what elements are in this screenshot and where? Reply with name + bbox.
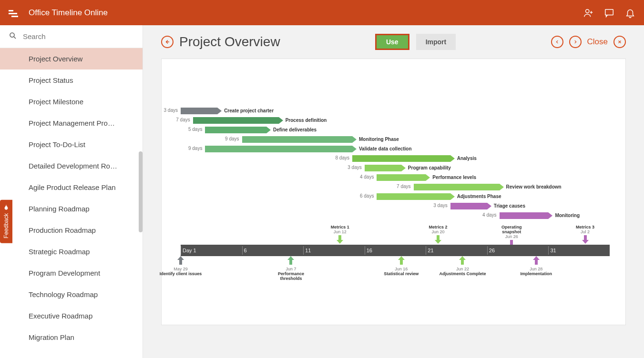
task-duration: 7 days: [397, 184, 410, 189]
task-bar: 7 days: [193, 117, 279, 124]
svg-point-5: [10, 33, 14, 37]
milestone-bottom: Jun 22Adjustments Complete: [439, 256, 486, 276]
task-label: Triage causes: [494, 203, 525, 209]
sidebar-item[interactable]: Agile Product Release Plan: [0, 177, 143, 198]
task-label: Process definition: [286, 118, 327, 123]
prev-button[interactable]: [551, 36, 563, 48]
svg-rect-2: [11, 16, 18, 17]
axis-tick: 26: [487, 248, 495, 253]
task-duration: 9 days: [188, 146, 202, 151]
task-duration: 5 days: [188, 127, 202, 132]
milestone-bottom: Jun 7Performance thresholds: [267, 256, 315, 281]
task-label: Performance levels: [432, 175, 476, 180]
sidebar-item[interactable]: Technology Roadmap: [0, 284, 143, 305]
use-button[interactable]: Use: [375, 34, 409, 50]
search-icon: [9, 31, 17, 42]
svg-rect-12: [584, 235, 587, 240]
svg-rect-15: [179, 260, 182, 265]
milestone-bottom: Jun 28Implementation: [512, 256, 560, 276]
close-button[interactable]: [613, 36, 626, 48]
task-label: Analysis: [457, 156, 477, 161]
axis-tick: Day 1: [181, 248, 196, 253]
task-label: Program capability: [408, 165, 451, 170]
task-row: 3 daysCreate project charter: [181, 107, 274, 115]
task-bar: 3 days: [450, 203, 487, 209]
task-bar: 9 days: [242, 136, 352, 143]
svg-rect-10: [510, 240, 513, 245]
task-duration: 4 days: [360, 174, 374, 179]
import-button[interactable]: Import: [416, 34, 456, 50]
sidebar-item[interactable]: Production Roadmap: [0, 219, 143, 241]
task-row: 9 daysMonitoring Phase: [242, 135, 399, 143]
sidebar-item[interactable]: Project Management Pro…: [0, 112, 143, 134]
search-input[interactable]: [23, 32, 134, 40]
task-row: 7 daysProcess definition: [193, 116, 327, 124]
axis-tick: 21: [426, 248, 433, 253]
task-bar: 6 days: [377, 193, 450, 200]
task-duration: 3 days: [348, 165, 361, 170]
svg-marker-20: [459, 256, 466, 260]
task-duration: 7 days: [176, 117, 190, 122]
sidebar-item[interactable]: Project Overview: [0, 48, 143, 70]
svg-rect-17: [289, 260, 292, 265]
task-row: 4 daysMonitoring: [500, 211, 580, 219]
feedback-label: Feedback: [3, 213, 10, 239]
timeline-axis: Day 161116212631: [181, 245, 610, 256]
task-row: 3 daysProgram capability: [365, 164, 451, 172]
svg-rect-0: [9, 10, 13, 11]
bell-icon[interactable]: [625, 8, 635, 18]
back-button[interactable]: [161, 36, 174, 48]
milestone-top: Metrics 3Jul 2: [566, 225, 604, 245]
task-bar: 4 days: [377, 174, 426, 181]
sidebar-item[interactable]: Executive Roadmap: [0, 305, 143, 327]
add-user-icon[interactable]: [583, 8, 593, 18]
search-row: [0, 25, 143, 48]
axis-tick: 11: [303, 248, 311, 253]
task-bar: 3 days: [365, 165, 401, 171]
scrollbar[interactable]: [139, 151, 143, 232]
svg-marker-16: [287, 256, 294, 260]
sidebar-item[interactable]: Project Milestone: [0, 91, 143, 112]
next-button[interactable]: [569, 36, 582, 48]
svg-marker-9: [435, 240, 441, 244]
app-header: Office Timeline Online: [0, 0, 644, 25]
task-duration: 8 days: [336, 155, 349, 160]
svg-rect-23: [535, 260, 538, 265]
task-bar: 9 days: [205, 146, 352, 152]
task-row: 3 daysTriage causes: [450, 202, 525, 210]
axis-tick: 31: [548, 248, 556, 253]
task-bar: 4 days: [500, 212, 549, 219]
task-row: 4 daysPerformance levels: [377, 173, 476, 181]
feedback-tab[interactable]: Feedback: [0, 200, 12, 243]
sidebar-item[interactable]: Project To-Do-List: [0, 134, 143, 155]
svg-rect-19: [400, 260, 403, 265]
sidebar-item[interactable]: Planning Roadmap: [0, 198, 143, 219]
sidebar-item[interactable]: Detailed Development Ro…: [0, 155, 143, 177]
task-label: Monitoring: [555, 213, 580, 218]
task-bar: 5 days: [205, 127, 266, 133]
task-duration: 3 days: [164, 108, 178, 113]
task-label: Adjustments Phase: [457, 194, 501, 199]
task-duration: 6 days: [360, 193, 374, 199]
main-area: Project Overview Use Import Close 3 days…: [143, 25, 644, 358]
task-row: 6 daysAdjustments Phase: [377, 192, 501, 200]
task-label: Monitoring Phase: [359, 137, 399, 142]
task-row: 9 daysValidate data collection: [205, 145, 411, 153]
sidebar-item[interactable]: Project Status: [0, 70, 143, 91]
sidebar-item[interactable]: Strategic Roadmap: [0, 241, 143, 262]
svg-rect-21: [461, 260, 464, 265]
template-list[interactable]: Project OverviewProject StatusProject Mi…: [0, 48, 143, 358]
app-title: Office Timeline Online: [29, 8, 108, 18]
task-row: 8 daysAnalysis: [352, 154, 477, 162]
axis-tick: 6: [242, 248, 247, 253]
svg-rect-6: [338, 235, 341, 240]
sidebar-item[interactable]: Migration Plan: [0, 327, 143, 348]
title-row: Project Overview Use Import Close: [161, 34, 626, 50]
sidebar: Project OverviewProject StatusProject Mi…: [0, 25, 143, 358]
task-duration: 9 days: [225, 136, 239, 141]
svg-rect-1: [9, 13, 17, 14]
sidebar-item[interactable]: Program Development: [0, 262, 143, 284]
svg-marker-7: [337, 240, 343, 244]
chat-icon[interactable]: [604, 8, 614, 18]
close-label[interactable]: Close: [587, 37, 608, 47]
